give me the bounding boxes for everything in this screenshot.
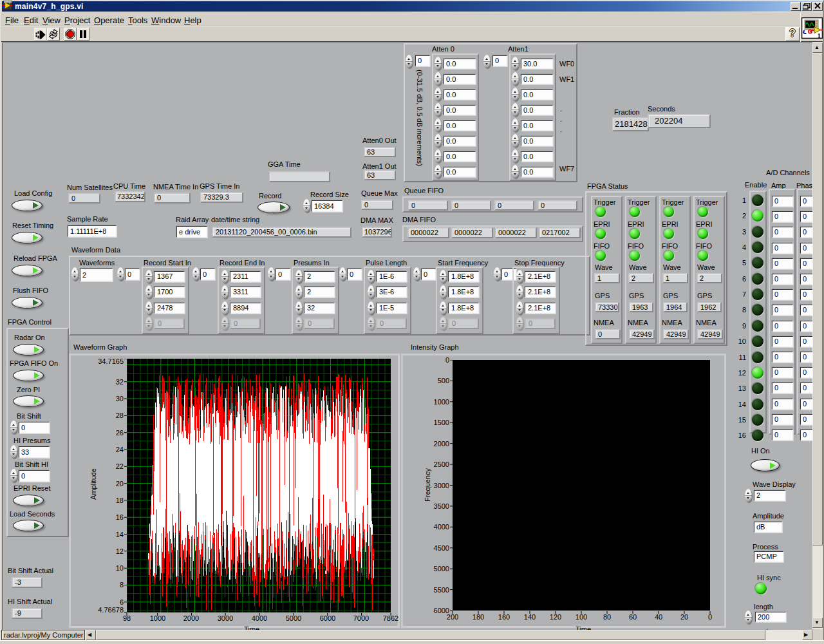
svg-text:1: 1	[818, 32, 821, 39]
